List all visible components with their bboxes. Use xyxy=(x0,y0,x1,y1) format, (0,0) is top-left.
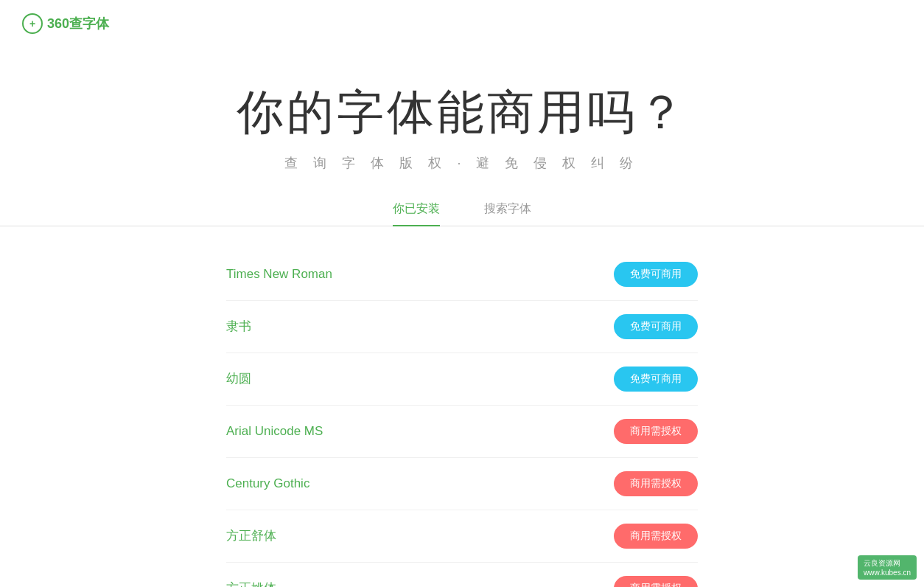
font-row[interactable]: Times New Roman 免费可商用 xyxy=(226,249,698,301)
watermark: 云良资源网 www.kubes.cn xyxy=(858,555,917,580)
font-name: Century Gothic xyxy=(226,476,309,491)
font-name: Times New Roman xyxy=(226,267,332,282)
tab-search[interactable]: 搜索字体 xyxy=(484,201,531,226)
font-name: 方正姚体 xyxy=(226,580,276,587)
font-row[interactable]: Century Gothic 商用需授权 xyxy=(226,458,698,510)
font-list: Times New Roman 免费可商用 隶书 免费可商用 幼圆 免费可商用 … xyxy=(204,249,720,587)
logo-label: 360查字体 xyxy=(47,15,109,32)
hero-title: 你的字体能商用吗？ xyxy=(0,84,924,141)
logo[interactable]: + 360查字体 xyxy=(22,13,109,34)
font-name: 方正舒体 xyxy=(226,527,276,544)
hero-subtitle: 查 询 字 体 版 权 · 避 免 侵 权 纠 纷 xyxy=(0,154,924,172)
font-row[interactable]: 幼圆 免费可商用 xyxy=(226,353,698,406)
header: + 360查字体 xyxy=(0,0,924,47)
font-row[interactable]: 隶书 免费可商用 xyxy=(226,301,698,353)
font-row[interactable]: Arial Unicode MS 商用需授权 xyxy=(226,406,698,458)
font-badge-free: 免费可商用 xyxy=(614,314,698,339)
font-badge-paid: 商用需授权 xyxy=(614,471,698,496)
hero-section: 你的字体能商用吗？ 查 询 字 体 版 权 · 避 免 侵 权 纠 纷 你已安装… xyxy=(0,47,924,249)
font-badge-free: 免费可商用 xyxy=(614,367,698,392)
logo-icon: + xyxy=(22,13,43,34)
font-row[interactable]: 方正舒体 商用需授权 xyxy=(226,510,698,563)
font-badge-paid: 商用需授权 xyxy=(614,524,698,549)
svg-text:+: + xyxy=(29,18,35,29)
tab-installed[interactable]: 你已安装 xyxy=(393,201,440,226)
tabs-container: 你已安装 搜索字体 xyxy=(0,201,924,226)
font-name: Arial Unicode MS xyxy=(226,424,323,439)
font-name: 幼圆 xyxy=(226,370,251,387)
font-row[interactable]: 方正姚体 商用需授权 xyxy=(226,563,698,587)
font-badge-paid: 商用需授权 xyxy=(614,419,698,444)
font-badge-free: 免费可商用 xyxy=(614,262,698,287)
watermark-line1: 云良资源网 xyxy=(864,558,911,569)
font-badge-paid: 商用需授权 xyxy=(614,576,698,587)
font-name: 隶书 xyxy=(226,318,251,335)
watermark-line2: www.kubes.cn xyxy=(864,569,911,577)
